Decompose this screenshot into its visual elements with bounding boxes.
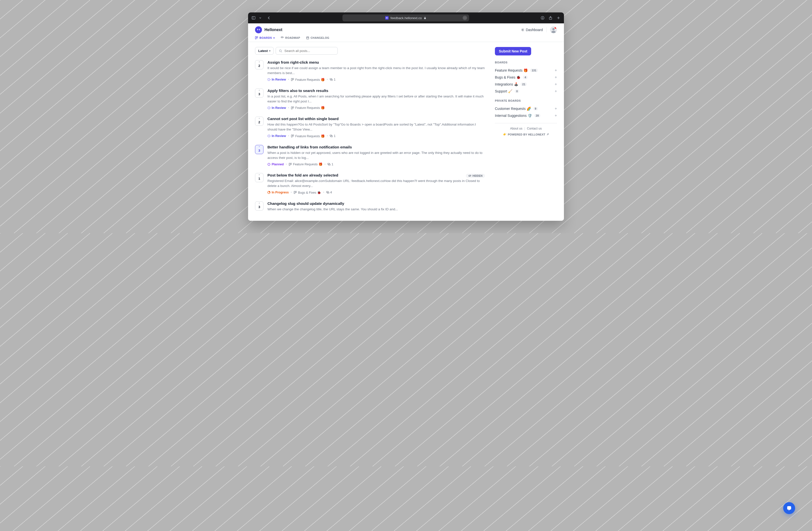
divider (546, 27, 547, 32)
add-post-to-board-icon[interactable]: + (555, 75, 557, 80)
vote-count: 3 (258, 149, 260, 152)
vote-count: 1 (258, 177, 260, 181)
chevron-up-icon: ⌃ (258, 146, 260, 149)
svg-point-7 (522, 29, 523, 30)
post-item[interactable]: ⌃ 3 Better handling of links from notifi… (255, 145, 485, 166)
board-chip[interactable]: Feature Requests 🎁 (291, 78, 325, 82)
comment-count[interactable]: 1 (330, 134, 335, 138)
lock-icon (424, 17, 426, 19)
svg-rect-32 (291, 163, 291, 165)
add-post-to-board-icon[interactable]: + (555, 89, 557, 94)
back-icon[interactable] (267, 16, 271, 20)
post-title: Post below the fold are already selected (267, 173, 338, 177)
brand[interactable]: Hellonext (255, 26, 282, 33)
status-icon (267, 191, 271, 194)
board-name: Bugs & Fixes 🐞 (495, 75, 521, 79)
svg-rect-2 (424, 18, 426, 19)
boards-icon (291, 135, 294, 138)
board-chip[interactable]: Feature Requests 🎁 (289, 162, 322, 166)
external-link-icon: ↗ (547, 133, 549, 136)
search-input[interactable] (284, 49, 334, 53)
comment-count[interactable]: 1 (330, 78, 335, 81)
chevron-down-icon[interactable] (259, 16, 261, 20)
svg-point-15 (279, 50, 281, 52)
comment-count[interactable]: 4 (326, 191, 332, 194)
board-chip[interactable]: Bugs & Fixes 🐞 (294, 191, 321, 194)
post-item[interactable]: ⌃ 3 Changelog slug should update dynamic… (255, 201, 485, 214)
board-name: Internal Suggestions 🛡️ (495, 114, 532, 117)
board-row[interactable]: Internal Suggestions 🛡️ 28 + (495, 112, 557, 119)
add-post-to-board-icon[interactable]: + (555, 107, 557, 111)
roadmap-icon (281, 36, 284, 39)
svg-rect-11 (257, 37, 258, 38)
board-row[interactable]: Feature Requests 🎁 131 + (495, 67, 557, 74)
status-pill: In Review (267, 78, 286, 81)
topbar: Hellonext Dashboard (248, 23, 564, 34)
avatar[interactable] (550, 26, 557, 33)
post-item[interactable]: ⌃ 1 Post below the fold are already sele… (255, 173, 485, 194)
add-post-to-board-icon[interactable]: + (555, 82, 557, 86)
sidebar-toggle-icon[interactable] (251, 16, 256, 20)
search-box[interactable] (276, 47, 338, 55)
svg-rect-38 (295, 191, 296, 193)
boards-icon (255, 36, 258, 39)
svg-rect-37 (294, 191, 295, 194)
about-link[interactable]: About us (510, 127, 522, 130)
svg-point-25 (268, 135, 270, 137)
hidden-badge: HIDDEN (466, 174, 485, 178)
add-post-to-board-icon[interactable]: + (555, 113, 557, 118)
vote-button[interactable]: ⌃ 1 (255, 173, 263, 182)
post-item[interactable]: ⌃ 2 Assign from right-click menu It woul… (255, 60, 485, 82)
changelog-icon (306, 36, 309, 39)
new-tab-icon[interactable] (556, 16, 561, 20)
vote-button[interactable]: ⌃ 3 (255, 201, 263, 211)
page-content: Hellonext Dashboard (248, 23, 564, 221)
vote-button[interactable]: ⌃ 3 (255, 88, 263, 98)
tab-changelog[interactable]: CHANGELOG (306, 36, 329, 39)
vote-button[interactable]: ⌃ 3 (255, 145, 263, 154)
svg-point-17 (268, 79, 270, 81)
post-meta: Planned•Feature Requests 🎁•1 (267, 162, 485, 166)
vote-button[interactable]: ⌃ 2 (255, 60, 263, 69)
tab-boards[interactable]: BOARDS ▾ (255, 36, 275, 39)
board-chip[interactable]: Feature Requests 🎁 (291, 106, 325, 110)
submit-post-button[interactable]: Submit New Post (495, 47, 531, 55)
post-title: Better handling of links from notificati… (267, 145, 352, 149)
downloads-icon[interactable] (540, 16, 545, 20)
comments-icon (328, 163, 331, 166)
board-row[interactable]: Customer Requests 🌈 9 + (495, 105, 557, 112)
board-row[interactable]: Support 🧹 0 + (495, 88, 557, 95)
svg-rect-13 (306, 37, 309, 39)
svg-point-9 (551, 31, 556, 33)
post-title: Apply filters also to search results (267, 88, 328, 93)
add-post-to-board-icon[interactable]: + (555, 68, 557, 73)
share-icon[interactable] (549, 16, 552, 20)
vote-count: 2 (258, 120, 260, 124)
comment-count[interactable]: 1 (328, 163, 333, 166)
post-excerpt: Registered Email: alice@example.comSubdo… (267, 179, 485, 189)
board-name: Integrations 🕹️ (495, 82, 518, 86)
board-row[interactable]: Integrations 🕹️ 21 + (495, 81, 557, 88)
hidden-icon (468, 174, 471, 177)
tab-roadmap[interactable]: ROADMAP (281, 36, 300, 39)
post-item[interactable]: ⌃ 2 Cannot sort post list within single … (255, 116, 485, 138)
sort-button[interactable]: Latest ▾ (255, 47, 274, 55)
dashboard-link[interactable]: Dashboard (521, 28, 543, 32)
chevron-down-icon: ▾ (269, 50, 271, 52)
divider (495, 123, 557, 123)
board-chip[interactable]: Feature Requests 🎁 (291, 134, 325, 138)
comments-icon (326, 191, 329, 194)
vote-button[interactable]: ⌃ 2 (255, 116, 263, 126)
post-item[interactable]: ⌃ 3 Apply filters also to search results… (255, 88, 485, 110)
post-title: Cannot sort post list within single boar… (267, 116, 339, 121)
board-row[interactable]: Bugs & Fixes 🐞 4 + (495, 74, 557, 81)
contact-link[interactable]: Contact us (527, 127, 542, 130)
post-excerpt: When a post is hidden or not yet approve… (267, 150, 485, 160)
board-count: 0 (515, 89, 519, 93)
powered-by[interactable]: 👉 POWERED BY HELLONEXT ↗ (495, 133, 557, 136)
reader-icon[interactable]: ⋯ (463, 16, 467, 20)
post-meta: In Progress•Bugs & Fixes 🐞•4 (267, 191, 485, 194)
address-bar[interactable]: H feedback.hellonext.co ⋯ (343, 14, 469, 22)
svg-point-8 (552, 28, 554, 30)
boards-icon (291, 78, 294, 81)
